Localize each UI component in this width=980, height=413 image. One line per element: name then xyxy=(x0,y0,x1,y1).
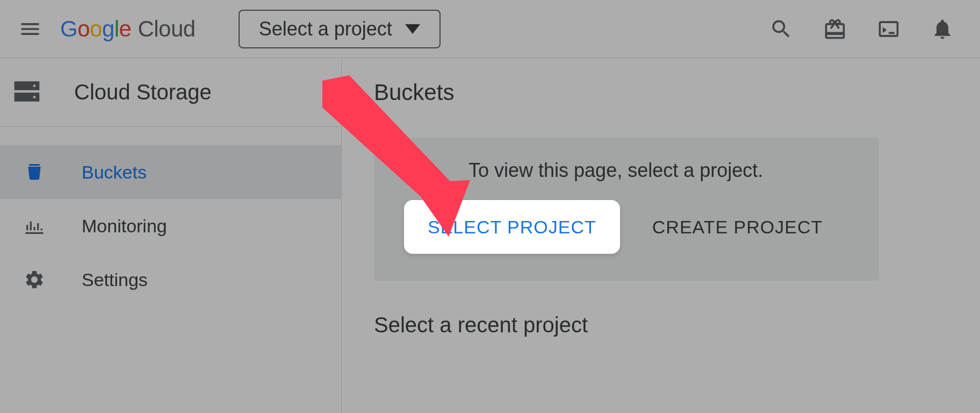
cloud-shell-button[interactable] xyxy=(867,17,910,41)
prompt-message: To view this page, select a project. xyxy=(404,159,849,182)
terminal-icon xyxy=(877,17,900,41)
project-picker-label: Select a project xyxy=(259,18,392,40)
create-project-button[interactable]: CREATE PROJECT xyxy=(652,217,823,238)
recent-projects-heading: Select a recent project xyxy=(374,313,948,337)
sidebar-header: Cloud Storage xyxy=(0,58,341,127)
sidebar-item-buckets[interactable]: Buckets xyxy=(0,145,341,199)
search-button[interactable] xyxy=(760,17,803,41)
cloud-storage-icon xyxy=(12,76,42,109)
logo-google: Google xyxy=(60,16,131,42)
chevron-down-icon xyxy=(405,24,420,34)
gift-icon xyxy=(823,17,847,41)
chart-icon xyxy=(23,215,46,237)
notifications-button[interactable] xyxy=(921,17,964,41)
hamburger-icon xyxy=(18,17,42,41)
sidebar-item-label: Settings xyxy=(82,269,148,290)
google-cloud-logo[interactable]: Google Cloud xyxy=(60,16,196,42)
app-header: Google Cloud Select a project xyxy=(0,0,980,58)
sidebar-item-label: Monitoring xyxy=(82,216,167,237)
bucket-icon xyxy=(23,161,46,183)
search-icon xyxy=(769,17,793,41)
sidebar-item-label: Buckets xyxy=(82,162,147,183)
sidebar-item-monitoring[interactable]: Monitoring xyxy=(0,199,341,253)
logo-cloud-text: Cloud xyxy=(138,16,195,42)
select-project-button[interactable]: SELECT PROJECT xyxy=(404,200,620,254)
menu-button[interactable] xyxy=(11,17,49,41)
free-trial-button[interactable] xyxy=(813,17,856,41)
gear-icon xyxy=(23,269,46,290)
sidebar-title: Cloud Storage xyxy=(74,80,212,104)
bell-icon xyxy=(931,17,954,41)
sidebar-item-settings[interactable]: Settings xyxy=(0,253,341,307)
main-content: Buckets To view this page, select a proj… xyxy=(342,58,980,413)
select-project-prompt: To view this page, select a project. SEL… xyxy=(374,138,879,281)
project-picker[interactable]: Select a project xyxy=(239,10,441,48)
page-title: Buckets xyxy=(374,80,948,105)
sidebar: Cloud Storage Buckets Monitoring Setting… xyxy=(0,58,342,413)
